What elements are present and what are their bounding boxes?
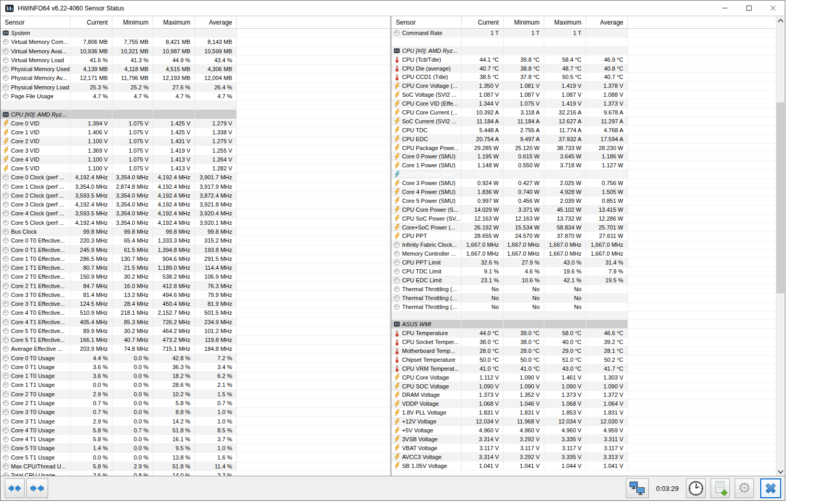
settings-button[interactable]: ⚙: [735, 478, 754, 498]
minimize-button[interactable]: [713, 1, 737, 16]
column-header-maximum[interactable]: Maximum: [544, 16, 586, 28]
sensor-row[interactable]: SB 1.05V Voltage 1.041 V 1.041 V 1.044 V…: [392, 462, 775, 471]
sensor-row[interactable]: Core 4 T1 Usage 5.8 % 0.0 % 16.1 % 3.7 %: [1, 435, 390, 444]
column-header-sensor[interactable]: Sensor: [392, 16, 462, 28]
sensor-row[interactable]: Memory Controller ... 1,667.0 MHz 1,667.…: [392, 249, 775, 258]
sensor-row[interactable]: CPU SOC Voltage 1.090 V 1.090 V 1.090 V …: [392, 382, 775, 391]
column-header-minimum[interactable]: Minimum: [503, 16, 544, 28]
sensor-row[interactable]: Core 4 T0 Effective... 510.9 MHz 218.1 M…: [1, 308, 390, 317]
sensor-row[interactable]: Core 5 T0 Usage 1.4 % 0.0 % 9.5 % 1.0 %: [1, 444, 390, 453]
sensor-row[interactable]: Max CPU/Thread U... 5.8 % 2.9 % 51.8 % 1…: [1, 462, 390, 471]
sensor-row[interactable]: Core 1 Clock (perf ... 3,354.0 MHz 2,874…: [1, 182, 390, 191]
scroll-down-button[interactable]: [776, 467, 784, 476]
sensor-row[interactable]: Core 0 T0 Effective... 220.3 MHz 65.4 MH…: [1, 236, 390, 245]
sensor-row[interactable]: Thermal Throttling (... No No No: [392, 294, 775, 303]
sensor-row[interactable]: Core 4 VID 1.100 V 1.075 V 1.413 V 1.264…: [1, 155, 390, 164]
sensor-row[interactable]: [392, 38, 775, 47]
sensor-row[interactable]: Virtual Memory Com... 7,806 MB 7,755 MB …: [1, 38, 390, 47]
sensor-row[interactable]: Core 0 Power (SMU) 1.195 W 0.615 W 3.645…: [392, 152, 775, 161]
sensor-row[interactable]: Core 5 Power (SMU) 0.997 W 0.456 W 2.039…: [392, 197, 775, 205]
sensor-row[interactable]: Core 2 T0 Usage 2.9 % 0.0 % 10.2 % 1.5 %: [1, 390, 390, 399]
sensor-row[interactable]: Core 2 VID 1.100 V 1.075 V 1.431 V 1.275…: [1, 137, 390, 146]
sensor-row[interactable]: Core 2 Power (SMU) 0.936 W 0.411 W 2.011…: [392, 170, 775, 179]
sensor-row[interactable]: Chipset Temperature 50.0 °C 50.0 °C 51.0…: [392, 356, 775, 364]
sensor-row[interactable]: Core 0 VID 1.394 V 1.075 V 1.425 V 1.279…: [1, 119, 390, 128]
sensor-row[interactable]: CPU CCD1 (Tdie) 38.5 °C 37.8 °C 50.5 °C …: [392, 73, 775, 82]
sensor-row[interactable]: DRAM Voltage 1.373 V 1.352 V 1.373 V 1.3…: [392, 391, 775, 400]
titlebar[interactable]: HWiNFO64 v6.22-4060 Sensor Status: [1, 1, 785, 16]
sensor-row[interactable]: Core 3 T1 Effective... 124.5 MHz 28.4 MH…: [1, 300, 390, 308]
sensor-row[interactable]: Core 4 T0 Usage 5.8 % 0.7 % 51.8 % 8.5 %: [1, 426, 390, 435]
sensor-row[interactable]: CPU Package Powe... 29.285 W 25.120 W 38…: [392, 144, 775, 153]
sensor-row[interactable]: ASUS WMI: [392, 320, 775, 329]
sensor-row[interactable]: CPU PPT 28.655 W 24.570 W 37.870 W 27.61…: [392, 232, 775, 240]
column-header-maximum[interactable]: Maximum: [153, 16, 195, 28]
vertical-scrollbar[interactable]: [776, 16, 784, 476]
column-header-average[interactable]: Average: [586, 16, 628, 28]
sensor-row[interactable]: +12V Voltage 12.034 V 11.968 V 12.034 V …: [392, 417, 775, 426]
sensor-row[interactable]: Core+SoC Power (... 26.192 W 15.534 W 58…: [392, 223, 775, 232]
sensor-row[interactable]: System: [1, 29, 390, 38]
sensor-row[interactable]: Core 2 Clock (perf ... 3,593.5 MHz 3,354…: [1, 191, 390, 200]
sensor-row[interactable]: Core 3 Power (SMU) 0.924 W 0.427 W 2.025…: [392, 179, 775, 188]
sensor-row[interactable]: SoC Current (SVI2 ... 11.184 A 11.184 A …: [392, 117, 775, 126]
sensor-row[interactable]: Core 0 T1 Effective... 245.9 MHz 61.5 MH…: [1, 245, 390, 254]
sensor-row[interactable]: Core 2 T1 Usage 0.7 % 0.0 % 5.8 % 0.7 %: [1, 399, 390, 408]
sensor-row[interactable]: Core 2 T0 Effective... 150.9 MHz 30.2 MH…: [1, 272, 390, 281]
sensor-row[interactable]: Core 5 T0 Effective... 89.9 MHz 30.2 MHz…: [1, 327, 390, 336]
maximize-button[interactable]: [737, 1, 761, 16]
sensor-row[interactable]: Core 5 T1 Usage 0.0 % 0.0 % 13.8 % 1.6 %: [1, 453, 390, 462]
sensor-row[interactable]: CPU Die (average) 40.7 °C 38.8 °C 48.7 °…: [392, 64, 775, 73]
sensor-row[interactable]: Physical Memory Used 4,139 MB 4,118 MB 4…: [1, 65, 390, 74]
sensor-row[interactable]: CPU [#0]: AMD Ryz...: [1, 110, 390, 119]
sensor-row[interactable]: Core 0 T1 Usage 3.6 % 0.0 % 36.3 % 3.4 %: [1, 363, 390, 372]
sensor-row[interactable]: Core 1 Power (SMU) 1.148 W 0.550 W 3.718…: [392, 161, 775, 170]
sensor-row[interactable]: Thermal Throttling (... No No No: [392, 303, 775, 312]
column-header-minimum[interactable]: Minimum: [112, 16, 153, 28]
sensor-row[interactable]: +5V Voltage 4.960 V 4.960 V 4.960 V 4.95…: [392, 426, 775, 435]
sensor-row[interactable]: Average Effective ... 203.9 MHz 74.8 MHz…: [1, 345, 390, 353]
column-header-sensor[interactable]: Sensor: [1, 16, 71, 28]
sensor-row[interactable]: 3VSB Voltage 3.314 V 3.292 V 3.335 V 3.3…: [392, 435, 775, 444]
expand-columns-button[interactable]: [5, 478, 25, 498]
sensor-row[interactable]: Core 1 T1 Usage 0.0 % 0.0 % 28.6 % 2.1 %: [1, 381, 390, 390]
sensor-row[interactable]: Core 3 T0 Effective... 81.4 MHz 13.2 MHz…: [1, 291, 390, 300]
sensor-row[interactable]: Core 3 Clock (perf ... 4,192.4 MHz 3,354…: [1, 200, 390, 209]
sensor-row[interactable]: [1, 101, 390, 110]
sensor-row[interactable]: Virtual Memory Avai... 10,936 MB 10,321 …: [1, 47, 390, 56]
sensor-row[interactable]: Physical Memory Av... 12,171 MB 11,796 M…: [1, 74, 390, 83]
sensor-row[interactable]: Page File Usage 4.7 % 4.7 % 4.7 % 4.7 %: [1, 92, 390, 101]
sensor-row[interactable]: Core 1 T0 Effective... 286.5 MHz 130.7 M…: [1, 255, 390, 264]
sensor-row[interactable]: CPU [#0]: AMD Ryz...: [392, 47, 775, 55]
column-header-current[interactable]: Current: [71, 16, 112, 28]
sensor-row[interactable]: CPU EDC 20.754 A 9.497 A 37.932 A 17.594…: [392, 135, 775, 144]
remote-monitoring-button[interactable]: [626, 478, 649, 498]
sensor-row[interactable]: Infinity Fabric Clock... 1,667.0 MHz 1,6…: [392, 240, 775, 249]
sensor-row[interactable]: Core 1 T0 Usage 3.6 % 0.0 % 18.2 % 6.2 %: [1, 372, 390, 381]
sensor-row[interactable]: Motherboard Temp... 28.0 °C 28.0 °C 29.0…: [392, 347, 775, 356]
sensor-row[interactable]: Thermal Throttling (... No No No: [392, 285, 775, 294]
column-header-average[interactable]: Average: [195, 16, 237, 28]
scroll-up-button[interactable]: [776, 16, 784, 25]
sensor-row[interactable]: Physical Memory Load 25.3 % 25.2 % 27.6 …: [1, 83, 390, 92]
sensor-row[interactable]: Virtual Memory Load 41.6 % 41.3 % 44.9 %…: [1, 56, 390, 65]
sensor-row[interactable]: Core 5 Clock (perf ... 4,192.4 MHz 3,354…: [1, 219, 390, 227]
sensor-row[interactable]: CPU (Tctl/Tdie) 44.1 °C 39.8 °C 58.4 °C …: [392, 55, 775, 64]
collapse-columns-button[interactable]: [26, 478, 48, 498]
sensor-row[interactable]: CPU Core Voltage 1.112 V 1.090 V 1.461 V…: [392, 373, 775, 382]
sensor-row[interactable]: Core 0 Clock (perf ... 4,192.4 MHz 3,354…: [1, 173, 390, 182]
close-sensors-button[interactable]: [760, 478, 781, 498]
sensor-row[interactable]: AVCC3 Voltage 3.314 V 3.292 V 3.335 V 3.…: [392, 453, 775, 462]
sensor-row[interactable]: CPU Core Current (... 10.392 A 3.118 A 3…: [392, 108, 775, 117]
sensor-row[interactable]: Core 3 T1 Usage 2.9 % 0.0 % 14.2 % 1.0 %: [1, 417, 390, 426]
sensor-row[interactable]: CPU PPT Limit 32.6 % 27.9 % 43.0 % 31.4 …: [392, 258, 775, 267]
sensor-row[interactable]: CPU Socket Temper... 38.0 °C 38.0 °C 40.…: [392, 338, 775, 347]
sensor-row[interactable]: CPU Core VID (Effe... 1.344 V 1.075 V 1.…: [392, 99, 775, 108]
sensor-row[interactable]: Core 1 T1 Effective... 80.7 MHz 21.5 MHz…: [1, 264, 390, 272]
sensor-row[interactable]: Core 4 T1 Effective... 405.4 MHz 85.3 MH…: [1, 318, 390, 327]
sensor-row[interactable]: Total CPU Usage 2.6 % 0.8 % 14.0 % 3.2 %: [1, 471, 390, 476]
sensor-row[interactable]: [392, 312, 775, 320]
sensor-row[interactable]: Core 4 Power (SMU) 1.836 W 0.740 W 4.928…: [392, 188, 775, 197]
report-log-button[interactable]: [711, 478, 730, 498]
sensor-row[interactable]: SoC Voltage (SVI2 ... 1.087 V 1.087 V 1.…: [392, 90, 775, 99]
